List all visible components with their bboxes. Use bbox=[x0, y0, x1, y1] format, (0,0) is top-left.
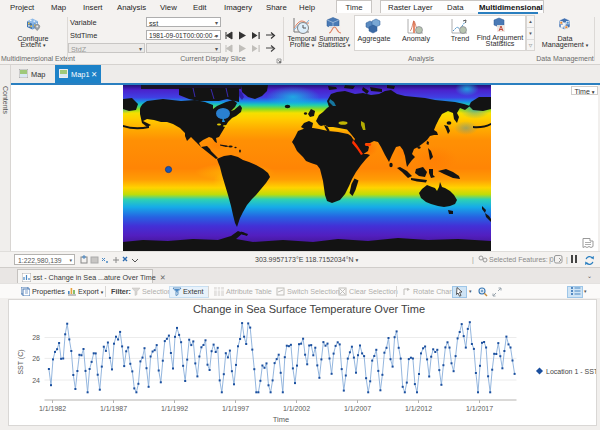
svg-text:Location 1 - SST: Location 1 - SST bbox=[546, 368, 596, 375]
svg-text:1/1/2007: 1/1/2007 bbox=[343, 405, 370, 412]
svg-text:26: 26 bbox=[32, 355, 40, 362]
svg-text:1/1/1982: 1/1/1982 bbox=[38, 405, 65, 412]
svg-text:SST (C): SST (C) bbox=[17, 349, 25, 374]
svg-text:Time: Time bbox=[272, 415, 288, 424]
svg-text:24: 24 bbox=[32, 377, 40, 384]
svg-text:1/1/2002: 1/1/2002 bbox=[282, 405, 309, 412]
svg-text:1/1/1997: 1/1/1997 bbox=[221, 405, 248, 412]
svg-text:1/1/2012: 1/1/2012 bbox=[404, 405, 431, 412]
svg-text:28: 28 bbox=[32, 334, 40, 341]
svg-text:Change in Sea Surface Temperat: Change in Sea Surface Temperature Over T… bbox=[192, 303, 424, 315]
svg-text:1/1/1987: 1/1/1987 bbox=[99, 405, 126, 412]
svg-text:1/1/2017: 1/1/2017 bbox=[465, 405, 492, 412]
svg-text:1/1/1992: 1/1/1992 bbox=[160, 405, 187, 412]
